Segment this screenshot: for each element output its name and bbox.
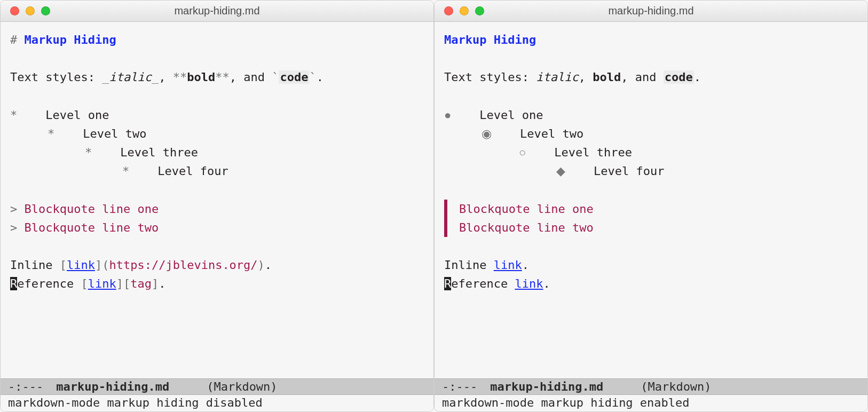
- editor-buffer-right[interactable]: Markup Hiding Text styles: italic, bold,…: [435, 22, 867, 378]
- reference-link-line: Reference [link][tag].: [10, 274, 424, 293]
- list-text: Level three: [554, 146, 632, 159]
- list-item-1: ● Level one: [444, 106, 858, 124]
- zoom-icon[interactable]: [475, 6, 484, 15]
- period: .: [265, 258, 272, 272]
- reference-link-line: Reference link.: [444, 274, 858, 293]
- list-item-3: * Level three: [10, 143, 424, 162]
- heading-text: Markup Hiding: [444, 33, 536, 46]
- comma: ,: [579, 70, 593, 84]
- cursor: R: [444, 277, 451, 290]
- blank-line: [10, 87, 424, 106]
- link-text[interactable]: link: [88, 277, 116, 290]
- gt-marker: >: [10, 221, 25, 234]
- rbracket-marker: ]: [116, 277, 123, 290]
- star-marker: *: [48, 127, 54, 140]
- blockquote-text: Blockquote line one: [459, 200, 594, 218]
- blank-line: [444, 181, 858, 200]
- lbracket-marker: [: [60, 258, 67, 272]
- list-item-1: * Level one: [10, 106, 424, 124]
- bullet-icon: ●: [444, 108, 451, 122]
- doublestar-marker: **: [215, 70, 230, 84]
- rbracket-marker: ]: [152, 277, 159, 290]
- editor-buffer-left[interactable]: # Markup Hiding Text styles: _italic_, *…: [1, 22, 433, 378]
- code-word: code: [279, 70, 309, 84]
- reference-text: eference: [17, 277, 81, 290]
- blank-line: [444, 87, 858, 106]
- doublestar-marker: **: [173, 70, 187, 84]
- cursor: R: [10, 277, 17, 290]
- heading-text: Markup Hiding: [25, 33, 116, 46]
- inline-text: Inline: [444, 258, 494, 272]
- inline-link-line: Inline link.: [444, 256, 858, 274]
- titlebar-right[interactable]: markup-hiding.md: [435, 1, 867, 22]
- code-word: code: [664, 70, 694, 84]
- star-marker: *: [10, 108, 17, 122]
- bullet-icon: ○: [519, 146, 526, 159]
- backtick-marker: `: [309, 70, 316, 84]
- lbracket-marker: [: [81, 277, 88, 290]
- blank-line: [444, 237, 858, 256]
- modeline-filename: markup-hiding.md: [56, 380, 169, 393]
- close-icon[interactable]: [10, 6, 19, 15]
- lbracket-marker: [: [123, 277, 130, 290]
- period: .: [522, 258, 529, 272]
- list-text: Level one: [479, 108, 543, 122]
- list-text: Level four: [157, 164, 228, 178]
- blockquote: Blockquote line one Blockquote line two: [444, 200, 858, 237]
- modeline-flags: -:---: [442, 380, 477, 393]
- list-text: Level three: [120, 146, 198, 159]
- italic-word: italic: [109, 70, 151, 84]
- lparen-marker: (: [102, 258, 109, 272]
- period: .: [694, 70, 701, 84]
- italic-word: italic: [536, 70, 578, 84]
- and-text: , and: [621, 70, 663, 84]
- inline-text: Inline: [10, 258, 60, 272]
- list-item-2: ◉ Level two: [444, 124, 858, 143]
- zoom-icon[interactable]: [41, 6, 50, 15]
- bold-word: bold: [593, 70, 621, 84]
- link-text[interactable]: link: [67, 258, 95, 272]
- underscore-marker: _: [152, 70, 159, 84]
- hash-marker: #: [10, 33, 25, 46]
- backtick-marker: `: [272, 70, 279, 84]
- text-styles-prefix: Text styles:: [444, 70, 536, 84]
- close-icon[interactable]: [444, 6, 453, 15]
- star-marker: *: [122, 164, 129, 178]
- blank-line: [10, 49, 424, 68]
- period: .: [317, 70, 323, 84]
- blank-line: [10, 181, 424, 200]
- editor-window-right: markup-hiding.md Markup Hiding Text styl…: [434, 0, 868, 412]
- modeline-left[interactable]: -:--- markup-hiding.md (Markdown): [1, 378, 433, 395]
- list-text: Level two: [83, 127, 146, 140]
- modeline-right[interactable]: -:--- markup-hiding.md (Markdown): [435, 378, 867, 395]
- blockquote-text: Blockquote line two: [459, 218, 594, 237]
- link-text[interactable]: link: [515, 277, 543, 290]
- traffic-lights: [435, 6, 484, 15]
- window-title: markup-hiding.md: [1, 5, 433, 17]
- blockquote-line-1: > Blockquote line one: [10, 200, 424, 218]
- star-marker: *: [85, 146, 92, 159]
- ref-tag: tag: [130, 277, 152, 290]
- link-url: https://jblevins.org/: [109, 258, 257, 272]
- blockquote-text: Blockquote line two: [25, 221, 159, 234]
- blank-line: [10, 237, 424, 256]
- minimize-icon[interactable]: [26, 6, 35, 15]
- modeline-filename: markup-hiding.md: [490, 380, 603, 393]
- minimize-icon[interactable]: [460, 6, 469, 15]
- blockquote-line-2: > Blockquote line two: [10, 218, 424, 237]
- list-item-3: ○ Level three: [444, 143, 858, 162]
- bold-word: bold: [187, 70, 215, 84]
- bullet-icon: ◉: [482, 127, 492, 140]
- underscore-marker: _: [102, 70, 109, 84]
- list-text: Level four: [594, 164, 664, 178]
- traffic-lights: [1, 6, 50, 15]
- link-text[interactable]: link: [494, 258, 522, 272]
- list-item-2: * Level two: [10, 124, 424, 143]
- and-text: , and: [230, 70, 272, 84]
- period: .: [159, 277, 165, 290]
- text-styles-prefix: Text styles:: [10, 70, 102, 84]
- titlebar-left[interactable]: markup-hiding.md: [1, 1, 433, 22]
- period: .: [543, 277, 550, 290]
- modeline-flags: -:---: [8, 380, 43, 393]
- rbracket-marker: ]: [95, 258, 102, 272]
